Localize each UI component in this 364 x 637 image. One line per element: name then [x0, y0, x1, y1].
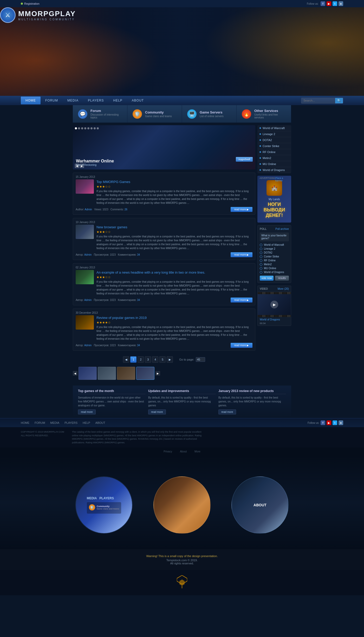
poll-option-3[interactable]: DOTA2 [260, 251, 289, 254]
goto-input[interactable] [196, 357, 205, 362]
poll-radio-2[interactable] [260, 248, 262, 250]
game-item-5[interactable]: RF Online [257, 149, 291, 155]
poll-option-2[interactable]: Lineage 2 [260, 247, 289, 250]
next-page[interactable]: ▶ [167, 356, 173, 363]
game-item-2[interactable]: Lineage 2 [257, 131, 291, 137]
thumb-2[interactable] [98, 367, 116, 380]
dot-5[interactable] [87, 127, 89, 129]
poll-option-6[interactable]: Metin2 [260, 263, 289, 266]
poll-radio-8[interactable] [260, 271, 262, 274]
footer-link-privacy[interactable]: Privacy [164, 450, 172, 453]
video-thumbnail[interactable]: ▶ [258, 294, 291, 315]
author-link-2[interactable]: Admin [84, 253, 92, 256]
vote-button[interactable]: vote now [260, 276, 274, 281]
thumb-next[interactable]: ▶ [155, 371, 160, 376]
dot-2[interactable] [78, 127, 80, 129]
dot-6[interactable] [90, 127, 93, 129]
nav-home[interactable]: HOME [21, 97, 41, 104]
read-more-2[interactable]: read more ▶ [231, 252, 252, 257]
footer-link-more[interactable]: More [194, 450, 200, 453]
page-4[interactable]: 4 [152, 356, 158, 363]
read-more-1[interactable]: read more ▶ [231, 207, 252, 212]
news-title-2[interactable]: New browser games [96, 225, 127, 229]
footer-home[interactable]: HOME [21, 421, 29, 424]
tab-community[interactable]: 🛡️ Community Game clans and teams [127, 105, 182, 123]
dot-7[interactable] [94, 127, 96, 129]
game-item-8[interactable]: World of Dragons [257, 167, 291, 173]
youtube-icon[interactable]: ▶ [327, 1, 331, 6]
bottom-read-more-1[interactable]: read more [78, 409, 96, 414]
video-title[interactable]: World of Dragons [258, 317, 291, 322]
prev-page[interactable]: ◀ [123, 356, 129, 363]
place-banner-link[interactable]: Place a banner [275, 177, 289, 182]
tab-other-services[interactable]: 🔥 Other Services Useful links and free s… [237, 105, 291, 123]
thumb-1[interactable] [79, 367, 97, 380]
page-3[interactable]: 3 [145, 356, 151, 363]
search-input[interactable] [301, 98, 335, 103]
slider-detail-button[interactable]: подробней [236, 157, 253, 162]
vk-icon[interactable]: в [339, 1, 343, 6]
search-box[interactable]: 🔍 [301, 98, 343, 104]
poll-radio-5[interactable] [260, 259, 262, 262]
thumb-4[interactable] [136, 367, 154, 380]
poll-archive[interactable]: Poll archive [275, 228, 289, 230]
dot-3[interactable] [81, 127, 83, 129]
dot-4[interactable] [84, 127, 86, 129]
poll-radio-7[interactable] [260, 267, 262, 270]
dot-8[interactable] [97, 127, 99, 129]
thumb-3[interactable] [117, 367, 135, 380]
poll-radio-1[interactable] [260, 244, 262, 246]
footer-link-about[interactable]: About [180, 450, 187, 453]
game-item-7[interactable]: MU Online [257, 161, 291, 167]
nav-forum[interactable]: FORUM [41, 97, 63, 104]
page-5[interactable]: 5 [159, 356, 166, 363]
footer-help[interactable]: HELP [83, 421, 90, 424]
comments-link-1[interactable]: 26 [125, 208, 127, 211]
registration-link[interactable]: Registration [21, 2, 40, 5]
nav-players[interactable]: PLAYERS [83, 97, 108, 104]
twitter-icon[interactable]: t [333, 1, 337, 6]
dot-1[interactable] [75, 127, 77, 129]
poll-option-7[interactable]: MU Online [260, 267, 289, 270]
game-item-4[interactable]: Conter Strike [257, 143, 291, 149]
page-2[interactable]: 2 [138, 356, 144, 363]
game-item-3[interactable]: DOTA2 [257, 137, 291, 143]
tab-game-servers[interactable]: 🖥️ Game Servers List of online servers [182, 105, 237, 123]
video-more[interactable]: More (20) [278, 287, 289, 290]
slider-next[interactable]: ▶ [80, 164, 84, 168]
poll-option-8[interactable]: World of Dragons [260, 271, 289, 274]
news-title-4[interactable]: Review of popular games in 2019 [96, 316, 147, 320]
bottom-read-more-2[interactable]: read more [148, 409, 166, 414]
game-item-1[interactable]: World of Warcraft [257, 125, 291, 131]
poll-option-1[interactable]: World of Warcraft [260, 243, 289, 246]
read-more-3[interactable]: read more ▶ [231, 298, 252, 302]
page-1[interactable]: 1 [130, 356, 136, 363]
footer-twitter-icon[interactable]: t [333, 420, 337, 425]
news-title-1[interactable]: Top MMORPG Games [96, 180, 130, 184]
nav-help[interactable]: HELP [108, 97, 127, 104]
comments-link-2[interactable]: 34 [137, 253, 140, 256]
poll-option-5[interactable]: RF Online [260, 259, 289, 262]
footer-youtube-icon[interactable]: ▶ [327, 420, 331, 425]
thumb-prev[interactable]: ◀ [73, 371, 77, 376]
comments-link-3[interactable]: 34 [137, 299, 140, 301]
poll-radio-6[interactable] [260, 263, 262, 266]
nav-media[interactable]: MEDIA [63, 97, 83, 104]
facebook-icon[interactable]: f [321, 1, 325, 6]
game-item-6[interactable]: Metin2 [257, 155, 291, 161]
slider-prev[interactable]: ◀ [75, 164, 79, 168]
poll-option-4[interactable]: Conter Strike [260, 255, 289, 258]
footer-media[interactable]: MEDIA [50, 421, 59, 424]
tab-forum[interactable]: 💬 Forum Discussion of interesting topics [73, 105, 127, 123]
poll-radio-3[interactable] [260, 251, 262, 254]
search-button[interactable]: 🔍 [335, 98, 343, 103]
nav-about[interactable]: ABOUT [127, 97, 148, 104]
comments-link-4[interactable]: 34 [137, 344, 140, 347]
footer-players[interactable]: PLAYERS [64, 421, 77, 424]
results-button[interactable]: results [275, 276, 289, 281]
footer-facebook-icon[interactable]: f [321, 420, 325, 425]
author-link-4[interactable]: Admin [84, 344, 92, 347]
news-title-3[interactable]: An example of a news headline with a ver… [96, 270, 205, 274]
play-button[interactable]: ▶ [270, 301, 278, 308]
footer-about[interactable]: ABOUT [95, 421, 105, 424]
